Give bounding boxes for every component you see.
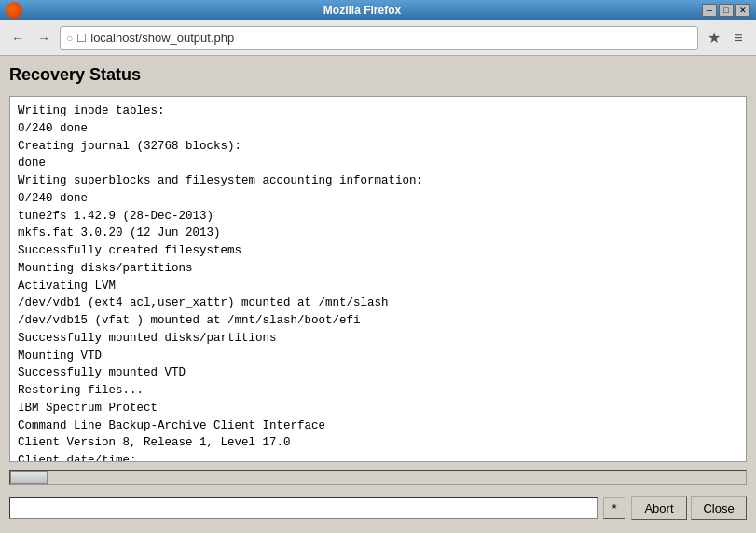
output-line: Successfully mounted disks/partitions	[18, 330, 738, 348]
output-line: tune2fs 1.42.9 (28-Dec-2013)	[18, 208, 738, 226]
output-line: Command Line Backup-Archive Client Inter…	[18, 417, 738, 435]
output-line: Client date/time:	[18, 452, 738, 462]
lock-icon: ○	[66, 32, 73, 45]
output-box: Writing inode tables:0/240 doneCreating …	[9, 96, 747, 462]
output-line: Writing superblocks and filesystem accou…	[18, 172, 738, 190]
output-line: Mounting VTD	[18, 348, 738, 365]
browser-toolbar: ← → ○ ☐ ★ ≡	[0, 20, 756, 56]
output-line: mkfs.fat 3.0.20 (12 Jun 2013)	[18, 225, 738, 242]
minimize-button[interactable]: ─	[702, 4, 717, 17]
bookmark-icon[interactable]: ★	[704, 28, 724, 48]
forward-icon[interactable]: →	[34, 28, 54, 48]
output-line: done	[18, 155, 738, 172]
maximize-button[interactable]: □	[719, 4, 734, 17]
doc-icon: ☐	[76, 32, 87, 45]
output-line: 0/240 done	[18, 190, 738, 208]
toolbar-right: ★ ≡	[704, 28, 749, 48]
command-input[interactable]	[9, 497, 598, 519]
back-icon[interactable]: ←	[7, 28, 28, 48]
output-line: Writing inode tables:	[18, 102, 738, 120]
output-line: Activating LVM	[18, 278, 738, 295]
output-line: Creating journal (32768 blocks):	[18, 138, 738, 156]
browser-titlebar: Mozilla Firefox ─ □ ✕	[0, 0, 756, 20]
bottom-bar: * Abort Close	[9, 492, 747, 524]
page-content: Recovery Status Writing inode tables:0/2…	[0, 56, 756, 533]
output-line: 0/240 done	[18, 120, 738, 138]
action-buttons: Abort Close	[631, 496, 747, 520]
scrollbar-thumb[interactable]	[10, 471, 48, 484]
menu-icon[interactable]: ≡	[728, 28, 749, 48]
address-bar[interactable]: ○ ☐	[60, 26, 698, 50]
output-line: Client Version 8, Release 1, Level 17.0	[18, 434, 738, 452]
titlebar-controls[interactable]: ─ □ ✕	[702, 4, 750, 17]
browser-title: Mozilla Firefox	[26, 4, 698, 17]
output-line: /dev/vdb1 (ext4 acl,user_xattr) mounted …	[18, 294, 738, 312]
star-button[interactable]: *	[603, 497, 625, 519]
output-line: Mounting disks/partitions	[18, 260, 738, 278]
page-title: Recovery Status	[9, 65, 747, 89]
firefox-icon	[6, 2, 22, 19]
output-line: /dev/vdb15 (vfat ) mounted at /mnt/slash…	[18, 312, 738, 330]
output-line: Successfully mounted VTD	[18, 364, 738, 382]
url-input[interactable]	[90, 31, 692, 45]
output-line: IBM Spectrum Protect	[18, 400, 738, 417]
abort-button[interactable]: Abort	[631, 496, 687, 520]
horizontal-scrollbar[interactable]	[9, 470, 747, 485]
output-line: Restoring files...	[18, 382, 738, 400]
close-window-button[interactable]: ✕	[735, 4, 750, 17]
output-line: Successfully created filesystems	[18, 242, 738, 260]
close-button[interactable]: Close	[691, 496, 747, 520]
